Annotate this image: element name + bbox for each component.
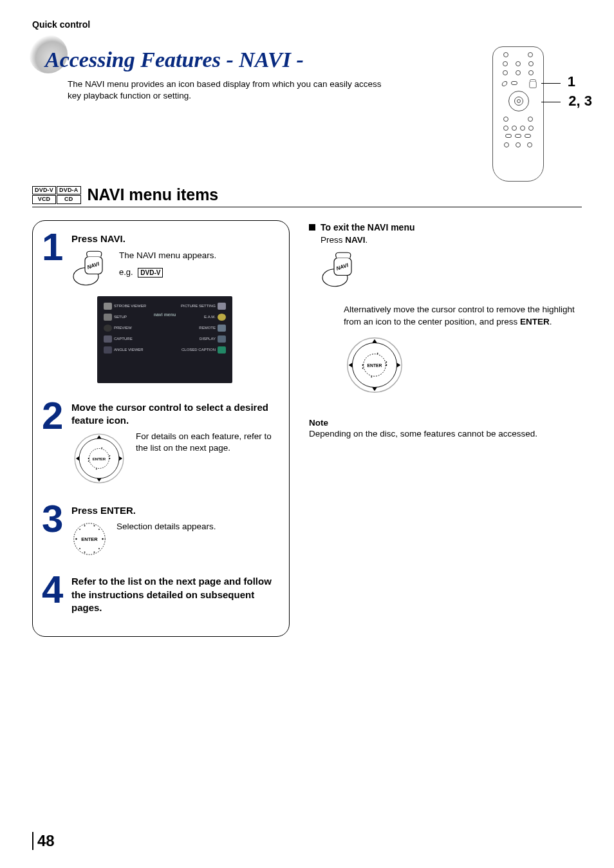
exit-heading: To exit the NAVI menu (321, 222, 415, 232)
page-title: Accessing Features - NAVI - (45, 48, 582, 72)
page-number-block: 48 (32, 832, 55, 850)
badge-cd: CD (57, 195, 81, 204)
section-title: NAVI menu items (88, 185, 219, 204)
badge-vcd: VCD (32, 195, 56, 204)
page-subtitle: The NAVI menu provides an icon based dis… (68, 79, 389, 102)
step-2-body: For details on each feature, refer to th… (136, 431, 280, 454)
cursor-pad-icon: ENTER (71, 431, 127, 486)
note-label: Note (309, 418, 582, 428)
svg-point-23 (98, 529, 100, 531)
svg-text:ENTER: ENTER (81, 536, 98, 542)
svg-point-29 (94, 552, 95, 553)
remote-navi-button (529, 79, 537, 91)
page-number-bar (32, 832, 33, 850)
exit-alt-instruction: Alternatively move the cursor control to… (344, 304, 582, 327)
svg-point-24 (79, 548, 80, 549)
step-number: 1 (42, 232, 65, 382)
navi-menu-screenshot: navi menu STROBE VIEWER SETUP PREVIEW CA… (97, 296, 232, 383)
side-notes: To exit the NAVI menu Press NAVI. NAVI A… (309, 220, 582, 637)
page: Quick control Accessing Features - NAVI … (0, 0, 614, 868)
page-number: 48 (37, 832, 55, 850)
callout-2: 2, 3 (568, 93, 592, 109)
step-number: 3 (42, 504, 65, 557)
step-title: Refer to the list on the next page and f… (71, 575, 280, 614)
badge-dvd-a: DVD-A (57, 186, 81, 195)
svg-point-42 (386, 364, 387, 366)
svg-rect-0 (530, 82, 537, 88)
navi-button-icon: NAVI (71, 250, 110, 288)
svg-point-12 (88, 458, 89, 459)
section-label: Quick control (32, 19, 582, 30)
step-title: Press ENTER. (71, 504, 280, 517)
step-number: 4 (42, 575, 65, 618)
step-2: 2 Move the cursor control to select a de… (42, 401, 280, 487)
step-1-line: The NAVI menu appears. (119, 250, 280, 261)
step-3: 3 Press ENTER. ENTER Selecti (42, 504, 280, 557)
navi-button-icon: NAVI (321, 251, 359, 290)
svg-point-20 (75, 538, 77, 540)
svg-point-22 (79, 529, 80, 531)
svg-point-13 (109, 458, 110, 459)
badge-dvd-v-inline: DVD-V (138, 268, 163, 278)
svg-point-21 (102, 538, 103, 540)
section-rule (32, 207, 582, 207)
cursor-pad-icon: ENTER (344, 334, 405, 396)
svg-point-41 (362, 364, 364, 366)
step-title: Move the cursor control to select a desi… (71, 401, 280, 428)
svg-point-26 (84, 525, 86, 527)
exit-heading-row: To exit the NAVI menu (309, 222, 582, 232)
exit-instruction: Press NAVI. (321, 235, 582, 245)
square-bullet-icon (309, 224, 315, 231)
step-title: Press NAVI. (71, 232, 280, 245)
step-number: 2 (42, 401, 65, 487)
steps-panel: 1 Press NAVI. NAVI The NAVI menu appears… (32, 220, 290, 637)
disc-badges: DVD-V DVD-A VCD CD (32, 186, 81, 205)
callout-line-2 (541, 102, 561, 102)
callout-1: 1 (568, 73, 575, 90)
svg-text:ENTER: ENTER (367, 363, 382, 368)
svg-text:ENTER: ENTER (93, 457, 106, 461)
note-body: Depending on the disc, some features can… (309, 429, 582, 439)
step-1-eg: e.g. DVD-V (119, 267, 280, 278)
badge-dvd-v: DVD-V (32, 186, 56, 195)
svg-point-27 (94, 525, 95, 527)
svg-point-25 (98, 548, 100, 549)
step-3-body: Selection details appears. (116, 521, 216, 533)
section-heading-row: DVD-V DVD-A VCD CD NAVI menu items (32, 185, 582, 204)
step-1: 1 Press NAVI. NAVI The NAVI menu appears… (42, 232, 280, 382)
enter-button-icon: ENTER (71, 521, 107, 557)
svg-point-28 (84, 552, 86, 553)
remote-cursor-ring (508, 91, 529, 111)
callout-line-1 (541, 83, 561, 84)
step-4: 4 Refer to the list on the next page and… (42, 575, 280, 618)
